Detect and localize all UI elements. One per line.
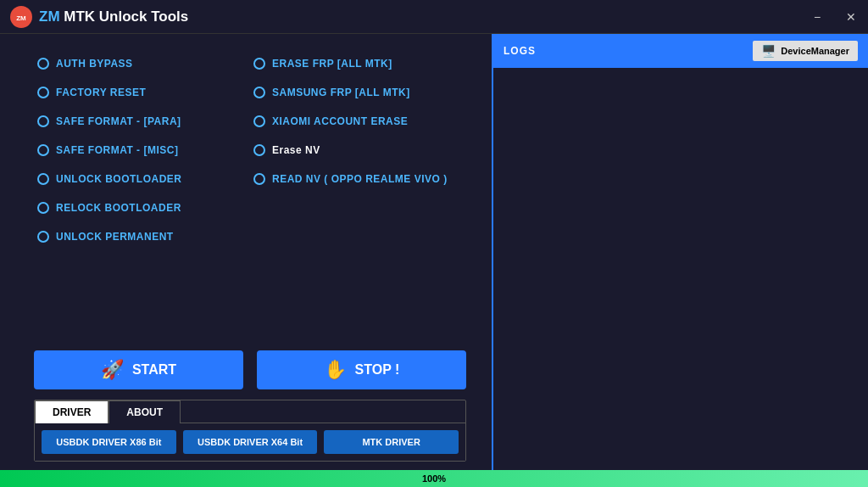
logs-header: LOGS 🖥️ DeviceManager — [493, 34, 868, 68]
option-auth-bypass[interactable]: AUTH BYPASS — [34, 51, 250, 76]
label-xiaomi-erase: XIAOMI ACCOUNT ERASE — [272, 115, 408, 127]
option-xiaomi-erase[interactable]: XIAOMI ACCOUNT ERASE — [250, 109, 466, 134]
right-panel: LOGS 🖥️ DeviceManager — [492, 34, 868, 470]
progress-text: 100% — [0, 470, 868, 487]
window-controls: − ✕ — [800, 0, 868, 34]
option-read-nv-oppo[interactable]: READ NV ( OPPO REALME VIVO ) — [250, 166, 466, 192]
option-safe-format-misc[interactable]: SAFE FORMAT - [MISC] — [34, 137, 250, 163]
radio-erase-frp[interactable] — [253, 58, 265, 70]
radio-erase-nv[interactable] — [253, 144, 265, 156]
label-unlock-bootloader: UNLOCK BOOTLOADER — [56, 173, 182, 185]
radio-samsung-frp[interactable] — [253, 87, 265, 98]
svg-text:ZM: ZM — [16, 14, 26, 22]
mtk-driver-button[interactable]: MTK DRIVER — [324, 430, 459, 454]
option-relock-bootloader[interactable]: RELOCK BOOTLOADER — [34, 195, 250, 221]
radio-auth-bypass[interactable] — [37, 58, 49, 70]
label-unlock-permanent: UNLOCK PERMANENT — [56, 231, 174, 243]
logs-body — [493, 68, 868, 470]
tabs-area: DRIVER ABOUT USBDK DRIVER X86 Bit USBDK … — [34, 400, 466, 462]
computer-icon: 🖥️ — [761, 44, 776, 58]
tab-headers: DRIVER ABOUT — [35, 400, 465, 423]
tab-driver[interactable]: DRIVER — [35, 400, 108, 423]
close-button[interactable]: ✕ — [834, 0, 868, 34]
radio-xiaomi-erase[interactable] — [253, 115, 265, 127]
label-safe-format-misc: SAFE FORMAT - [MISC] — [56, 144, 178, 156]
radio-unlock-permanent[interactable] — [37, 231, 49, 243]
logs-title: LOGS — [504, 45, 536, 57]
radio-safe-format-para[interactable] — [37, 115, 49, 127]
label-read-nv-oppo: READ NV ( OPPO REALME VIVO ) — [272, 173, 448, 185]
option-samsung-frp[interactable]: SAMSUNG FRP [ALL MTK] — [250, 80, 466, 105]
radio-safe-format-misc[interactable] — [37, 144, 49, 156]
progress-bar-container: 100% — [0, 470, 868, 487]
rocket-icon: 🚀 — [101, 359, 124, 381]
main-container: AUTH BYPASS FACTORY RESET SAFE FORMAT - … — [0, 34, 868, 470]
label-erase-frp: ERASE FRP [ALL MTK] — [272, 58, 392, 70]
stop-label: STOP ! — [355, 362, 400, 378]
option-erase-nv[interactable]: Erase NV — [250, 137, 466, 163]
tab-about[interactable]: ABOUT — [108, 400, 181, 423]
option-safe-format-para[interactable]: SAFE FORMAT - [PARA] — [34, 109, 250, 134]
radio-read-nv-oppo[interactable] — [253, 173, 265, 185]
label-auth-bypass: AUTH BYPASS — [56, 58, 133, 70]
option-erase-frp[interactable]: ERASE FRP [ALL MTK] — [250, 51, 466, 76]
options-grid: AUTH BYPASS FACTORY RESET SAFE FORMAT - … — [34, 51, 466, 337]
option-factory-reset[interactable]: FACTORY RESET — [34, 80, 250, 105]
option-unlock-permanent[interactable]: UNLOCK PERMANENT — [34, 224, 250, 249]
usbdk-x64-button[interactable]: USBDK DRIVER X64 Bit — [183, 430, 318, 454]
label-relock-bootloader: RELOCK BOOTLOADER — [56, 202, 181, 214]
device-manager-button[interactable]: 🖥️ DeviceManager — [753, 41, 858, 61]
usbdk-x86-button[interactable]: USBDK DRIVER X86 Bit — [42, 430, 176, 454]
option-unlock-bootloader[interactable]: UNLOCK BOOTLOADER — [34, 166, 250, 192]
app-logo: ZM — [10, 6, 32, 28]
label-safe-format-para: SAFE FORMAT - [PARA] — [56, 115, 181, 127]
radio-factory-reset[interactable] — [37, 87, 49, 98]
titlebar: ZM ZM MTK Unlock Tools − ✕ — [0, 0, 868, 34]
left-panel: AUTH BYPASS FACTORY RESET SAFE FORMAT - … — [0, 34, 492, 470]
label-samsung-frp: SAMSUNG FRP [ALL MTK] — [272, 87, 410, 98]
radio-relock-bootloader[interactable] — [37, 202, 49, 214]
start-button[interactable]: 🚀 START — [34, 350, 243, 389]
label-factory-reset: FACTORY RESET — [56, 87, 146, 98]
minimize-button[interactable]: − — [800, 0, 834, 34]
radio-unlock-bootloader[interactable] — [37, 173, 49, 185]
options-col-1: AUTH BYPASS FACTORY RESET SAFE FORMAT - … — [34, 51, 250, 337]
stop-button[interactable]: ✋ STOP ! — [257, 350, 466, 389]
device-manager-label: DeviceManager — [781, 46, 849, 56]
app-title: ZM MTK Unlock Tools — [39, 8, 188, 25]
label-erase-nv: Erase NV — [272, 144, 320, 156]
action-buttons-row: 🚀 START ✋ STOP ! — [34, 350, 466, 389]
start-label: START — [132, 362, 176, 378]
stop-hand-icon: ✋ — [324, 359, 347, 381]
options-col-2: ERASE FRP [ALL MTK] SAMSUNG FRP [ALL MTK… — [250, 51, 466, 337]
tab-driver-content: USBDK DRIVER X86 Bit USBDK DRIVER X64 Bi… — [35, 423, 465, 461]
